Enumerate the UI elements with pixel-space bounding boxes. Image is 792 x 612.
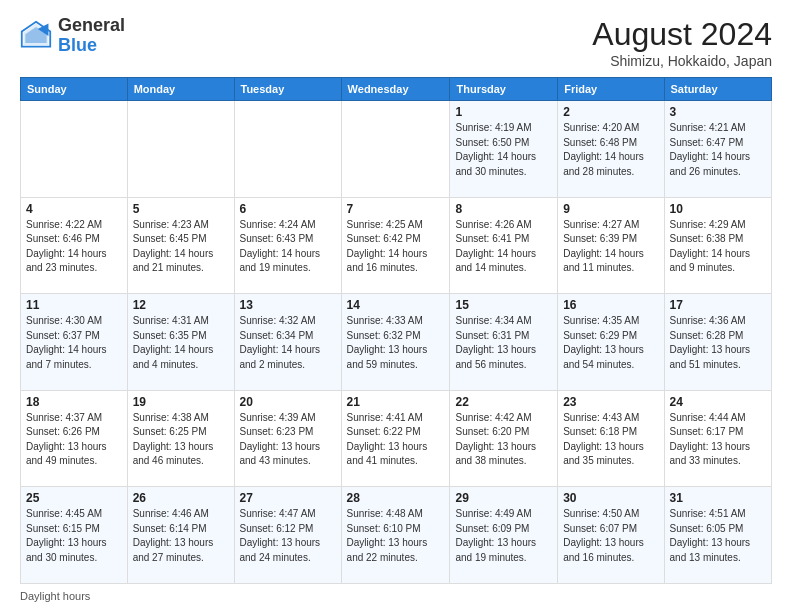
day-number: 9	[563, 202, 658, 216]
day-of-week-header: Sunday	[21, 78, 128, 101]
calendar-cell: 14Sunrise: 4:33 AM Sunset: 6:32 PM Dayli…	[341, 294, 450, 391]
day-info: Sunrise: 4:46 AM Sunset: 6:14 PM Dayligh…	[133, 507, 229, 565]
day-info: Sunrise: 4:37 AM Sunset: 6:26 PM Dayligh…	[26, 411, 122, 469]
day-info: Sunrise: 4:32 AM Sunset: 6:34 PM Dayligh…	[240, 314, 336, 372]
page: General Blue August 2024 Shimizu, Hokkai…	[0, 0, 792, 612]
day-number: 25	[26, 491, 122, 505]
calendar-week-row: 25Sunrise: 4:45 AM Sunset: 6:15 PM Dayli…	[21, 487, 772, 584]
calendar-cell: 30Sunrise: 4:50 AM Sunset: 6:07 PM Dayli…	[558, 487, 664, 584]
daylight-label: Daylight hours	[20, 590, 90, 602]
day-info: Sunrise: 4:51 AM Sunset: 6:05 PM Dayligh…	[670, 507, 766, 565]
day-number: 16	[563, 298, 658, 312]
day-number: 29	[455, 491, 552, 505]
calendar-cell: 16Sunrise: 4:35 AM Sunset: 6:29 PM Dayli…	[558, 294, 664, 391]
calendar-cell: 19Sunrise: 4:38 AM Sunset: 6:25 PM Dayli…	[127, 390, 234, 487]
day-of-week-header: Friday	[558, 78, 664, 101]
calendar-cell: 7Sunrise: 4:25 AM Sunset: 6:42 PM Daylig…	[341, 197, 450, 294]
day-number: 13	[240, 298, 336, 312]
calendar-week-row: 1Sunrise: 4:19 AM Sunset: 6:50 PM Daylig…	[21, 101, 772, 198]
day-info: Sunrise: 4:19 AM Sunset: 6:50 PM Dayligh…	[455, 121, 552, 179]
day-number: 12	[133, 298, 229, 312]
calendar-week-row: 4Sunrise: 4:22 AM Sunset: 6:46 PM Daylig…	[21, 197, 772, 294]
calendar-cell: 25Sunrise: 4:45 AM Sunset: 6:15 PM Dayli…	[21, 487, 128, 584]
calendar-cell	[21, 101, 128, 198]
day-number: 3	[670, 105, 766, 119]
calendar-cell: 3Sunrise: 4:21 AM Sunset: 6:47 PM Daylig…	[664, 101, 771, 198]
day-number: 15	[455, 298, 552, 312]
calendar-cell: 31Sunrise: 4:51 AM Sunset: 6:05 PM Dayli…	[664, 487, 771, 584]
day-info: Sunrise: 4:45 AM Sunset: 6:15 PM Dayligh…	[26, 507, 122, 565]
day-number: 19	[133, 395, 229, 409]
day-info: Sunrise: 4:33 AM Sunset: 6:32 PM Dayligh…	[347, 314, 445, 372]
day-number: 17	[670, 298, 766, 312]
day-number: 21	[347, 395, 445, 409]
day-of-week-header: Tuesday	[234, 78, 341, 101]
calendar-cell: 8Sunrise: 4:26 AM Sunset: 6:41 PM Daylig…	[450, 197, 558, 294]
main-title: August 2024	[592, 16, 772, 53]
day-info: Sunrise: 4:30 AM Sunset: 6:37 PM Dayligh…	[26, 314, 122, 372]
footer: Daylight hours	[20, 590, 772, 602]
day-number: 28	[347, 491, 445, 505]
logo: General Blue	[20, 16, 125, 56]
day-info: Sunrise: 4:35 AM Sunset: 6:29 PM Dayligh…	[563, 314, 658, 372]
day-number: 11	[26, 298, 122, 312]
calendar-cell: 27Sunrise: 4:47 AM Sunset: 6:12 PM Dayli…	[234, 487, 341, 584]
day-number: 14	[347, 298, 445, 312]
calendar-cell: 5Sunrise: 4:23 AM Sunset: 6:45 PM Daylig…	[127, 197, 234, 294]
calendar-cell: 28Sunrise: 4:48 AM Sunset: 6:10 PM Dayli…	[341, 487, 450, 584]
day-info: Sunrise: 4:41 AM Sunset: 6:22 PM Dayligh…	[347, 411, 445, 469]
day-info: Sunrise: 4:44 AM Sunset: 6:17 PM Dayligh…	[670, 411, 766, 469]
calendar-cell: 24Sunrise: 4:44 AM Sunset: 6:17 PM Dayli…	[664, 390, 771, 487]
day-info: Sunrise: 4:39 AM Sunset: 6:23 PM Dayligh…	[240, 411, 336, 469]
calendar-cell: 26Sunrise: 4:46 AM Sunset: 6:14 PM Dayli…	[127, 487, 234, 584]
day-number: 8	[455, 202, 552, 216]
day-number: 31	[670, 491, 766, 505]
logo-icon	[20, 20, 52, 52]
logo-text: General Blue	[58, 16, 125, 56]
calendar-cell: 21Sunrise: 4:41 AM Sunset: 6:22 PM Dayli…	[341, 390, 450, 487]
calendar-cell: 17Sunrise: 4:36 AM Sunset: 6:28 PM Dayli…	[664, 294, 771, 391]
day-info: Sunrise: 4:50 AM Sunset: 6:07 PM Dayligh…	[563, 507, 658, 565]
day-number: 24	[670, 395, 766, 409]
calendar-body: 1Sunrise: 4:19 AM Sunset: 6:50 PM Daylig…	[21, 101, 772, 584]
day-number: 30	[563, 491, 658, 505]
calendar-cell: 6Sunrise: 4:24 AM Sunset: 6:43 PM Daylig…	[234, 197, 341, 294]
calendar-header: SundayMondayTuesdayWednesdayThursdayFrid…	[21, 78, 772, 101]
calendar-cell: 12Sunrise: 4:31 AM Sunset: 6:35 PM Dayli…	[127, 294, 234, 391]
day-info: Sunrise: 4:38 AM Sunset: 6:25 PM Dayligh…	[133, 411, 229, 469]
calendar-cell	[341, 101, 450, 198]
day-number: 22	[455, 395, 552, 409]
calendar-cell: 2Sunrise: 4:20 AM Sunset: 6:48 PM Daylig…	[558, 101, 664, 198]
day-info: Sunrise: 4:43 AM Sunset: 6:18 PM Dayligh…	[563, 411, 658, 469]
calendar-cell: 15Sunrise: 4:34 AM Sunset: 6:31 PM Dayli…	[450, 294, 558, 391]
day-number: 7	[347, 202, 445, 216]
day-info: Sunrise: 4:27 AM Sunset: 6:39 PM Dayligh…	[563, 218, 658, 276]
day-number: 1	[455, 105, 552, 119]
day-info: Sunrise: 4:20 AM Sunset: 6:48 PM Dayligh…	[563, 121, 658, 179]
calendar-table: SundayMondayTuesdayWednesdayThursdayFrid…	[20, 77, 772, 584]
day-info: Sunrise: 4:22 AM Sunset: 6:46 PM Dayligh…	[26, 218, 122, 276]
day-of-week-header: Saturday	[664, 78, 771, 101]
calendar-cell: 1Sunrise: 4:19 AM Sunset: 6:50 PM Daylig…	[450, 101, 558, 198]
header-row: SundayMondayTuesdayWednesdayThursdayFrid…	[21, 78, 772, 101]
calendar-cell: 18Sunrise: 4:37 AM Sunset: 6:26 PM Dayli…	[21, 390, 128, 487]
calendar-week-row: 11Sunrise: 4:30 AM Sunset: 6:37 PM Dayli…	[21, 294, 772, 391]
subtitle: Shimizu, Hokkaido, Japan	[592, 53, 772, 69]
calendar-cell: 11Sunrise: 4:30 AM Sunset: 6:37 PM Dayli…	[21, 294, 128, 391]
calendar-cell: 22Sunrise: 4:42 AM Sunset: 6:20 PM Dayli…	[450, 390, 558, 487]
day-number: 23	[563, 395, 658, 409]
day-info: Sunrise: 4:25 AM Sunset: 6:42 PM Dayligh…	[347, 218, 445, 276]
day-number: 6	[240, 202, 336, 216]
day-info: Sunrise: 4:36 AM Sunset: 6:28 PM Dayligh…	[670, 314, 766, 372]
day-number: 20	[240, 395, 336, 409]
day-number: 5	[133, 202, 229, 216]
calendar-cell: 10Sunrise: 4:29 AM Sunset: 6:38 PM Dayli…	[664, 197, 771, 294]
day-info: Sunrise: 4:23 AM Sunset: 6:45 PM Dayligh…	[133, 218, 229, 276]
calendar-cell: 9Sunrise: 4:27 AM Sunset: 6:39 PM Daylig…	[558, 197, 664, 294]
day-number: 26	[133, 491, 229, 505]
day-info: Sunrise: 4:34 AM Sunset: 6:31 PM Dayligh…	[455, 314, 552, 372]
title-block: August 2024 Shimizu, Hokkaido, Japan	[592, 16, 772, 69]
day-number: 4	[26, 202, 122, 216]
day-info: Sunrise: 4:42 AM Sunset: 6:20 PM Dayligh…	[455, 411, 552, 469]
calendar-week-row: 18Sunrise: 4:37 AM Sunset: 6:26 PM Dayli…	[21, 390, 772, 487]
